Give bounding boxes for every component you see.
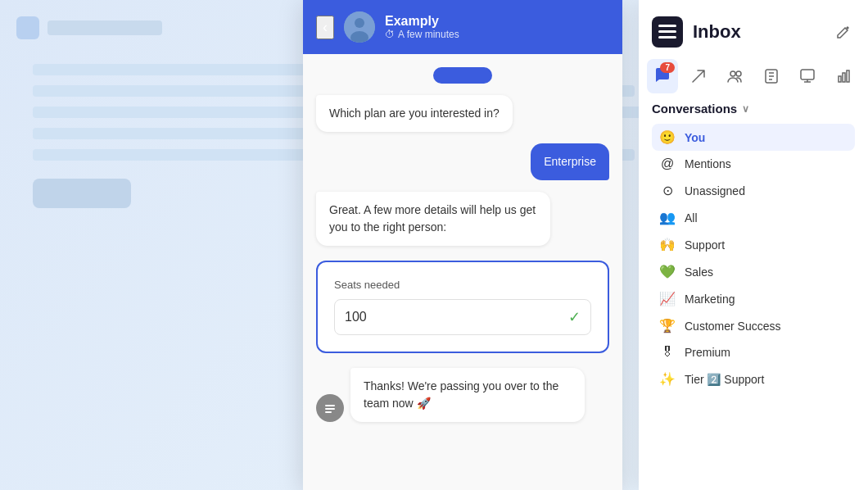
svg-rect-13 — [801, 70, 814, 79]
svg-rect-7 — [658, 25, 676, 27]
conv-mentions-label: Mentions — [685, 157, 848, 170]
conv-item-all[interactable]: 👥 All — [652, 204, 855, 231]
svg-point-10 — [730, 71, 735, 76]
marketing-icon: 📈 — [658, 291, 676, 306]
svg-rect-9 — [658, 36, 676, 39]
conv-item-sales[interactable]: 💚 Sales — [652, 258, 855, 285]
chat-back-button[interactable]: ‹ — [316, 16, 334, 39]
bg-site-title — [47, 20, 162, 35]
nav-outbound[interactable] — [683, 59, 714, 93]
conv-customer-success-label: Customer Success — [685, 320, 848, 333]
svg-rect-4 — [325, 405, 335, 406]
conv-item-mentions[interactable]: @ Mentions — [652, 151, 855, 177]
chat-header: ‹ Examply ⏱ A few minutes — [303, 0, 622, 54]
conv-item-premium[interactable]: 🎖 Premium — [652, 339, 855, 365]
inbox-nav: 7 — [639, 57, 868, 102]
thanks-message-row: Thanks! We're passing you over to the te… — [316, 368, 609, 422]
conv-item-you[interactable]: 🙂 You — [652, 124, 855, 151]
nav-settings[interactable] — [792, 59, 823, 93]
conv-item-tier2[interactable]: ✨ Tier 2️⃣ Support — [652, 365, 855, 392]
user-message-1: Enterprise — [531, 143, 609, 180]
bot-message-2: Great. A few more details will help us g… — [316, 192, 550, 246]
conv-sales-label: Sales — [685, 265, 848, 279]
chat-header-name: Examply — [385, 14, 459, 29]
svg-rect-16 — [847, 70, 849, 82]
conversations-badge: 7 — [660, 62, 675, 73]
conv-tier2-label: Tier 2️⃣ Support — [685, 373, 848, 386]
conv-item-customer-success[interactable]: 🏆 Customer Success — [652, 312, 855, 339]
svg-rect-14 — [839, 76, 841, 82]
svg-rect-5 — [325, 408, 335, 410]
check-icon: ✓ — [568, 308, 581, 326]
customer-success-icon: 🏆 — [658, 318, 676, 333]
conv-premium-label: Premium — [685, 346, 848, 359]
svg-rect-15 — [843, 73, 845, 82]
chat-header-info: Examply ⏱ A few minutes — [385, 14, 459, 40]
inbox-logo — [652, 16, 683, 48]
chat-messages: Which plan are you interested in? Enterp… — [303, 54, 622, 490]
all-icon: 👥 — [658, 210, 676, 225]
compose-button[interactable] — [832, 20, 855, 43]
conv-item-support[interactable]: 🙌 Support — [652, 231, 855, 258]
sales-icon: 💚 — [658, 264, 676, 279]
bg-button — [33, 179, 131, 208]
chevron-down-icon: ∨ — [742, 103, 749, 115]
seats-label: Seats needed — [334, 279, 591, 291]
nav-reports[interactable] — [829, 59, 860, 93]
bg-logo-icon — [16, 16, 39, 39]
svg-rect-6 — [325, 411, 332, 413]
top-action-button[interactable] — [433, 67, 492, 84]
svg-point-1 — [355, 18, 364, 28]
seats-form-card: Seats needed ✓ — [316, 261, 609, 353]
conv-marketing-label: Marketing — [685, 293, 848, 306]
svg-point-11 — [736, 71, 741, 76]
chat-header-status: ⏱ A few minutes — [385, 29, 459, 40]
thanks-avatar-icon — [316, 394, 344, 422]
inbox-title-text: Inbox — [693, 21, 822, 43]
seats-input[interactable] — [345, 310, 568, 324]
conv-item-unassigned[interactable]: ⊙ Unassigned — [652, 177, 855, 204]
conversations-header[interactable]: Conversations ∨ — [652, 102, 855, 116]
conv-you-label: You — [685, 131, 848, 144]
conv-support-label: Support — [685, 238, 848, 252]
seats-input-row[interactable]: ✓ — [334, 299, 591, 335]
thanks-bubble: Thanks! We're passing you over to the te… — [350, 368, 585, 422]
conv-all-label: All — [685, 211, 848, 225]
conversations-label: Conversations — [652, 102, 737, 116]
chat-widget: ‹ Examply ⏱ A few minutes Which plan are… — [303, 0, 622, 490]
nav-conversations[interactable]: 7 — [647, 59, 678, 93]
conv-unassigned-label: Unassigned — [685, 184, 848, 197]
inbox-header: Inbox — [639, 0, 868, 57]
conversations-section: Conversations ∨ 🙂 You @ Mentions ⊙ Unass… — [639, 102, 868, 490]
nav-contacts[interactable] — [720, 59, 751, 93]
unassigned-icon: ⊙ — [658, 183, 676, 198]
support-icon: 🙌 — [658, 237, 676, 252]
svg-rect-8 — [658, 30, 676, 33]
you-icon: 🙂 — [658, 129, 676, 145]
inbox-panel: Inbox 7 — [639, 0, 868, 490]
nav-knowledge[interactable] — [756, 59, 787, 93]
mentions-icon: @ — [658, 157, 676, 171]
premium-icon: 🎖 — [658, 345, 676, 360]
bot-message-1: Which plan are you interested in? — [316, 95, 513, 132]
clock-icon: ⏱ — [385, 29, 395, 40]
tier2-icon: ✨ — [658, 371, 676, 387]
chat-avatar — [344, 11, 375, 43]
conv-item-marketing[interactable]: 📈 Marketing — [652, 285, 855, 312]
